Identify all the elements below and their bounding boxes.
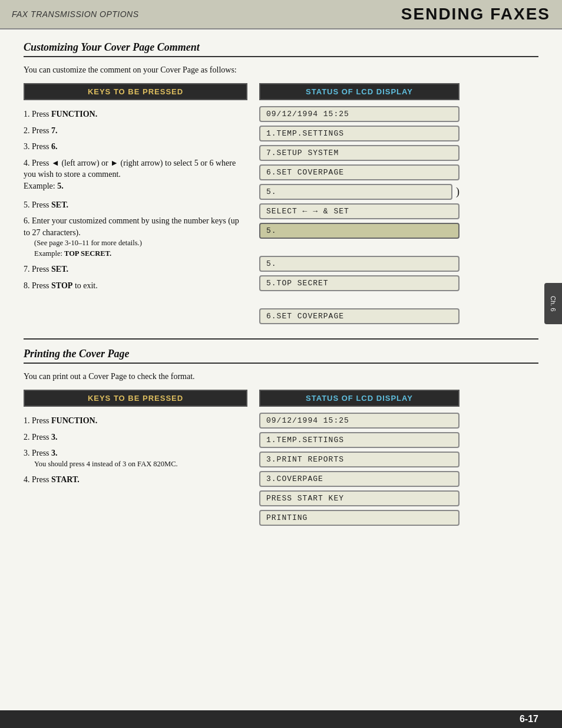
lcd-temp-settings-2: 1.TEMP.SETTINGS — [259, 432, 459, 448]
step-3: 3. Press 6. — [24, 141, 247, 153]
section2-heading: Printing the Cover Page — [24, 348, 538, 364]
lcd-setup-system: 7.SETUP SYSTEM — [259, 145, 459, 161]
section2-columns: KEYS TO BE PRESSED 1. Press FUNCTION. 2.… — [24, 390, 538, 529]
lcd-datetime-2: 09/12/1994 15:25 — [259, 413, 459, 429]
section2-intro: You can print out a Cover Page to check … — [24, 372, 538, 381]
lcd-5a: 5. — [259, 184, 452, 200]
step-7: 7. Press SET. — [24, 263, 247, 275]
lcd-5b: 5. — [259, 223, 459, 239]
lcd-top-secret: 5.TOP SECRET — [259, 275, 459, 291]
s2-step-2: 2. Press 3. — [24, 431, 247, 443]
section2-keys-header: KEYS TO BE PRESSED — [24, 390, 247, 407]
section1-columns: KEYS TO BE PRESSED 1. Press FUNCTION. 2.… — [24, 83, 538, 328]
section1-status-header: STATUS OF LCD DISPLAY — [259, 83, 459, 100]
lcd-set-coverpage-1: 6.SET COVERPAGE — [259, 164, 459, 180]
section1-keys-header: KEYS TO BE PRESSED — [24, 83, 247, 100]
lcd-datetime-1: 09/12/1994 15:25 — [259, 106, 459, 122]
section1-steps: 1. Press FUNCTION. 2. Press 7. 3. Press … — [24, 108, 247, 292]
section1-intro: You can customize the comment on your Co… — [24, 65, 538, 75]
lcd-print-reports: 3.PRINT REPORTS — [259, 452, 459, 467]
s2-step-4: 4. Press START. — [24, 474, 247, 486]
s2-step-3: 3. Press 3. You should press 4 instead o… — [24, 447, 247, 469]
step-2: 2. Press 7. — [24, 125, 247, 137]
section2-right: STATUS OF LCD DISPLAY 09/12/1994 15:25 1… — [259, 390, 459, 529]
section1-right: STATUS OF LCD DISPLAY 09/12/1994 15:25 1… — [259, 83, 459, 328]
step-5: 5. Press SET. — [24, 199, 247, 211]
chapter-tab-label: Ch. 6 — [550, 296, 557, 311]
lcd-coverpage: 3.COVERPAGE — [259, 471, 459, 487]
chapter-tab: Ch. 6 — [544, 283, 562, 324]
lcd-set-coverpage-2: 6.SET COVERPAGE — [259, 308, 459, 324]
header-left-label: FAX TRANSMISSION OPTIONS — [12, 9, 139, 19]
bracket-arrow: ) — [456, 186, 459, 198]
step-1: 1. Press FUNCTION. — [24, 108, 247, 120]
step-4: 4. Press ◄ (left arrow) or ► (right arro… — [24, 157, 247, 192]
section1-heading: Customizing Your Cover Page Comment — [24, 41, 538, 57]
lcd-temp-settings-1: 1.TEMP.SETTINGS — [259, 126, 459, 141]
main-content: Customizing Your Cover Page Comment You … — [0, 29, 562, 553]
s2-step-1: 1. Press FUNCTION. — [24, 415, 247, 427]
lcd-press-start: PRESS START KEY — [259, 490, 459, 506]
lcd-5-row: 5. ) — [259, 184, 459, 200]
bottom-bar: 6-17 — [0, 710, 562, 728]
page-header: FAX TRANSMISSION OPTIONS SENDING FAXES — [0, 0, 562, 29]
section2-steps: 1. Press FUNCTION. 2. Press 3. 3. Press … — [24, 415, 247, 486]
lcd-printing: PRINTING — [259, 510, 459, 526]
section2-status-header: STATUS OF LCD DISPLAY — [259, 390, 459, 407]
section-divider-1 — [24, 338, 538, 340]
step-8: 8. Press STOP to exit. — [24, 280, 247, 292]
lcd-select-row: SELECT ← → & SET — [259, 203, 459, 219]
lcd-5c: 5. — [259, 256, 459, 272]
step-6: 6. Enter your customized comment by usin… — [24, 215, 247, 259]
section1-left: KEYS TO BE PRESSED 1. Press FUNCTION. 2.… — [24, 83, 247, 328]
page-number: 6-17 — [520, 714, 538, 724]
section2-left: KEYS TO BE PRESSED 1. Press FUNCTION. 2.… — [24, 390, 247, 529]
header-right-label: SENDING FAXES — [401, 5, 550, 24]
